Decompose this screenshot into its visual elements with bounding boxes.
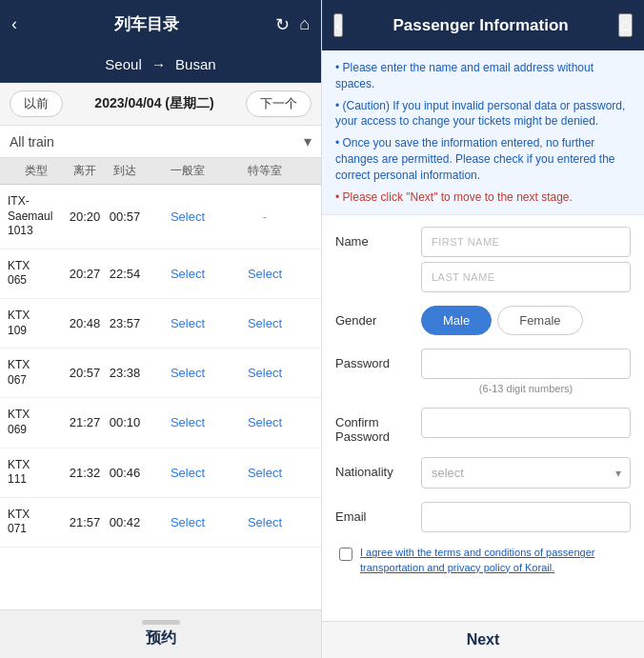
route-from: Seoul [105, 56, 141, 72]
terms-checkbox[interactable] [339, 548, 352, 561]
table-row: KTX067 20:57 23:38 Select Select [0, 349, 321, 398]
info-box: • Please enter the name and email addres… [322, 50, 644, 215]
train-name: KTX071 [8, 508, 65, 537]
route-arrow: → [151, 56, 166, 72]
first-name-input[interactable] [421, 227, 631, 257]
premium-select-button[interactable]: Select [231, 415, 299, 429]
terms-checkbox-row: I agree with the terms and conditions of… [335, 546, 631, 575]
confirm-password-group: Confirm Password [335, 408, 631, 444]
email-group: Email [335, 502, 631, 532]
standard-select-button[interactable]: Select [145, 316, 231, 330]
premium-select-button[interactable]: Select [231, 267, 299, 281]
train-name: KTX109 [8, 309, 65, 338]
form-area: Name Gender Male Female Password (6-13 d… [322, 215, 644, 621]
standard-select-button[interactable]: Select [145, 415, 231, 429]
train-name: KTX069 [8, 408, 65, 437]
premium-dash: - [231, 209, 299, 224]
premium-select-button[interactable]: Select [231, 366, 299, 380]
back-button[interactable]: ‹ [11, 14, 17, 34]
premium-select-button[interactable]: Select [231, 515, 299, 529]
next-date-button[interactable]: 下一个 [246, 90, 312, 117]
table-row: KTX071 21:57 00:42 Select Select [0, 498, 321, 548]
info-item: • (Caution) If you input invalid persona… [335, 98, 631, 130]
train-name: KTX067 [8, 358, 65, 388]
email-input-group [421, 502, 631, 532]
col-depart: 离开 [65, 163, 105, 179]
prev-date-button[interactable]: 以前 [10, 90, 63, 117]
last-name-input[interactable] [421, 262, 631, 292]
depart-time: 21:32 [65, 466, 105, 480]
col-arrive: 到达 [105, 163, 145, 179]
depart-time: 21:57 [65, 515, 105, 529]
arrive-time: 00:46 [105, 466, 145, 480]
gender-male-button[interactable]: Male [421, 306, 492, 335]
table-row: KTX069 21:27 00:10 Select Select [0, 398, 321, 448]
route-bar: Seoul → Busan [0, 49, 321, 83]
depart-time: 20:48 [65, 316, 105, 330]
standard-select-button[interactable]: Select [145, 466, 231, 480]
confirm-password-label: Confirm Password [335, 408, 412, 444]
password-group: Password (6-13 digit numbers) [335, 349, 631, 394]
col-premium: 特等室 [231, 163, 299, 179]
col-standard: 一般室 [145, 163, 231, 179]
table-row: ITX-Saemaul1013 20:20 00:57 Select - [0, 185, 321, 249]
premium-select-button[interactable]: Select [231, 316, 299, 330]
password-label: Password [335, 349, 412, 370]
nationality-label: Nationality [335, 457, 412, 479]
confirm-password-input-group [421, 408, 631, 438]
confirm-password-input[interactable] [421, 408, 631, 438]
arrive-time: 00:10 [105, 415, 145, 429]
premium-select-button[interactable]: Select [231, 466, 299, 480]
filter-dropdown-icon: ▾ [304, 132, 312, 150]
home-icon-left[interactable]: ⌂ [299, 14, 310, 35]
route-to: Busan [175, 56, 216, 72]
left-header: ‹ 列车目录 ↻ ⌂ [0, 0, 321, 49]
left-panel: ‹ 列车目录 ↻ ⌂ Seoul → Busan 以前 2023/04/04 (… [0, 0, 322, 658]
arrive-time: 22:54 [105, 267, 145, 281]
right-footer: Next [322, 621, 644, 658]
standard-select-button[interactable]: Select [145, 366, 231, 380]
terms-label[interactable]: I agree with the terms and conditions of… [360, 546, 627, 575]
table-row: KTX111 21:32 00:46 Select Select [0, 449, 321, 498]
right-header: ‹ Passenger Information ⌂ [322, 0, 644, 50]
password-hint: (6-13 digit numbers) [421, 383, 631, 394]
refresh-icon[interactable]: ↻ [275, 14, 290, 35]
gender-label: Gender [335, 306, 412, 328]
gender-female-button[interactable]: Female [497, 306, 582, 335]
filter-bar[interactable]: All train ▾ [0, 126, 321, 158]
password-input[interactable] [421, 349, 631, 379]
table-header: 类型 离开 到达 一般室 特等室 [0, 158, 321, 185]
train-name: ITX-Saemaul1013 [8, 194, 65, 239]
col-type: 类型 [8, 163, 65, 179]
home-icon-right[interactable]: ⌂ [618, 13, 633, 37]
nationality-group: Nationality select ▾ [335, 457, 631, 489]
table-row: KTX065 20:27 22:54 Select Select [0, 249, 321, 299]
reserve-label[interactable]: 预约 [146, 629, 176, 646]
name-label: Name [335, 227, 412, 249]
right-panel: ‹ Passenger Information ⌂ • Please enter… [322, 0, 644, 658]
info-item: • Once you save the information entered,… [335, 135, 631, 183]
depart-time: 20:57 [65, 366, 105, 380]
email-input[interactable] [421, 502, 631, 532]
standard-select-button[interactable]: Select [145, 515, 231, 529]
right-panel-title: Passenger Information [392, 16, 568, 35]
right-back-button[interactable]: ‹ [333, 13, 343, 37]
filter-text: All train [10, 134, 54, 150]
next-button[interactable]: Next [467, 631, 500, 648]
standard-select-button[interactable]: Select [145, 209, 231, 224]
left-footer: 预约 [0, 609, 321, 658]
left-header-icons: ↻ ⌂ [275, 14, 310, 35]
standard-select-button[interactable]: Select [145, 267, 231, 281]
date-nav: 以前 2023/04/04 (星期二) 下一个 [0, 83, 321, 126]
depart-time: 20:20 [65, 209, 105, 224]
depart-time: 20:27 [65, 267, 105, 281]
train-name: KTX111 [8, 458, 65, 488]
nationality-select[interactable]: select [421, 457, 631, 489]
name-inputs [421, 227, 631, 292]
name-group: Name [335, 227, 631, 292]
arrive-time: 00:42 [105, 515, 145, 529]
info-item: • Please click "Next" to move to the nex… [335, 189, 631, 206]
current-date: 2023/04/04 (星期二) [94, 95, 213, 112]
train-name: KTX065 [8, 259, 65, 289]
scroll-indicator [142, 620, 180, 625]
